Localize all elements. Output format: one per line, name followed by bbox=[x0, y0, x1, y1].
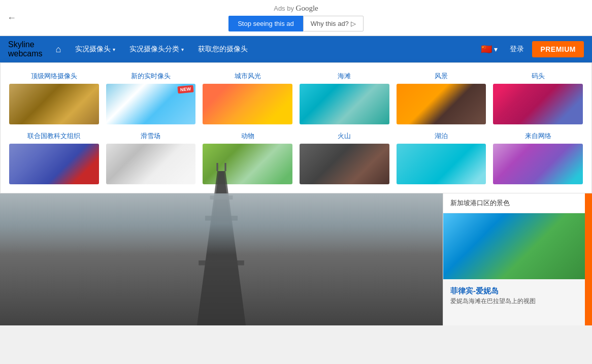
category-city[interactable]: 城市风光 bbox=[199, 68, 296, 128]
category-lake[interactable]: 湖泊 bbox=[393, 128, 490, 188]
nav-item-get-cam[interactable]: 获取您的摄像头 bbox=[191, 36, 255, 62]
ads-by-google: Ads by Google bbox=[0, 4, 592, 13]
ad-buttons: Stop seeing this ad Why this ad? ▷ bbox=[0, 16, 592, 31]
svg-rect-3 bbox=[199, 260, 244, 266]
new-badge: NEW bbox=[178, 85, 194, 94]
why-this-ad-button[interactable]: Why this ad? ▷ bbox=[303, 16, 364, 31]
category-image bbox=[300, 144, 389, 184]
brand-sub: webcams bbox=[8, 49, 43, 58]
category-image bbox=[9, 84, 99, 124]
category-image bbox=[493, 84, 583, 124]
login-button[interactable]: 登录 bbox=[502, 36, 532, 62]
nav-item-categories[interactable]: 实况摄像头分类 ▾ bbox=[122, 36, 191, 62]
premium-button[interactable]: PREMIUM bbox=[532, 41, 584, 57]
category-image bbox=[203, 84, 292, 124]
category-unesco[interactable]: 联合国教科文组织 bbox=[6, 128, 103, 188]
chevron-down-icon: ▾ bbox=[113, 47, 115, 52]
category-beach[interactable]: 海滩 bbox=[296, 68, 393, 128]
category-image bbox=[397, 84, 486, 124]
home-button[interactable]: ⌂ bbox=[49, 36, 69, 62]
category-harbor[interactable]: 码头 bbox=[489, 68, 586, 128]
sidebar: 新加坡港口区的景色 菲律宾-爱妮岛 爱妮岛海滩在巴拉望岛上的视图 bbox=[443, 193, 585, 325]
ad-bar: ← Ads by Google Stop seeing this ad Why … bbox=[0, 0, 592, 36]
category-landscape[interactable]: 风景 bbox=[393, 68, 490, 128]
back-button[interactable]: ← bbox=[7, 13, 16, 23]
category-network[interactable]: 来自网络 bbox=[489, 128, 586, 188]
category-image: NEW bbox=[106, 84, 196, 124]
brand-name: Skyline bbox=[8, 40, 35, 49]
main-video bbox=[0, 193, 443, 325]
category-image bbox=[493, 144, 583, 184]
main-content: 新加坡港口区的景色 菲律宾-爱妮岛 爱妮岛海滩在巴拉望岛上的视图 bbox=[0, 193, 592, 325]
category-new-webcams[interactable]: 新的实时像头 NEW bbox=[103, 68, 200, 128]
sidebar-place-desc: 爱妮岛海滩在巴拉望岛上的视图 bbox=[443, 297, 585, 311]
stop-seeing-button[interactable]: Stop seeing this ad bbox=[228, 16, 303, 31]
category-image bbox=[300, 84, 389, 124]
logo[interactable]: Skyline webcams bbox=[8, 40, 43, 58]
chevron-down-icon: ▾ bbox=[181, 47, 184, 52]
sidebar-place-name[interactable]: 菲律宾-爱妮岛 bbox=[443, 283, 585, 297]
nav-item-webcams[interactable]: 实况摄像头 ▾ bbox=[68, 36, 122, 62]
category-top-webcams[interactable]: 顶级网络摄像头 bbox=[6, 68, 103, 128]
sidebar-location: 新加坡港口区的景色 bbox=[443, 193, 585, 213]
category-volcano[interactable]: 火山 bbox=[296, 128, 393, 188]
flag-icon: 🇨🇳 bbox=[481, 44, 492, 55]
category-image bbox=[9, 144, 99, 184]
sidebar-thumbnail[interactable] bbox=[443, 213, 585, 279]
category-image bbox=[397, 144, 486, 184]
sky-overlay bbox=[0, 193, 443, 254]
right-strip bbox=[585, 193, 592, 325]
category-dropdown: 顶级网络摄像头 新的实时像头 NEW 城市风光 海滩 风景 码头 联合国教科文组… bbox=[0, 62, 592, 193]
language-selector[interactable]: 🇨🇳 ▾ bbox=[477, 44, 502, 55]
navbar: Skyline webcams ⌂ 实况摄像头 ▾ 实况摄像头分类 ▾ 获取您的… bbox=[0, 36, 592, 62]
